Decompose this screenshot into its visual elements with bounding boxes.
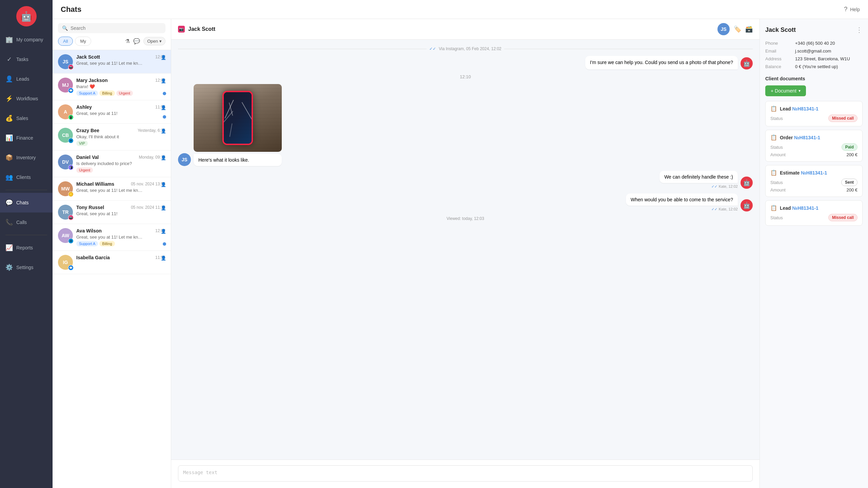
message-input[interactable]: [178, 465, 753, 482]
doc-card-title: Estimate №H81341-1: [780, 170, 827, 176]
assign-icon: 👤: [161, 182, 166, 187]
sidebar-item-label: Finance: [16, 135, 33, 141]
sidebar-item-finance[interactable]: 📊 Finance: [0, 128, 53, 148]
sender-time: Kate, 12:02: [719, 207, 738, 211]
sidebar-item-chats[interactable]: 💬 Chats: [0, 193, 53, 212]
platform-badge-messenger: 💬: [68, 88, 74, 93]
help-icon: ?: [844, 6, 847, 13]
client-info-row-email: Email j.scott@gmail.com: [765, 47, 863, 55]
chat-info: Crazy Bee Yesterday, 6:35 Okay, I'll thi…: [76, 128, 165, 146]
search-box[interactable]: 🔍: [58, 23, 165, 33]
chat-name: Tony Russel: [76, 205, 104, 210]
assign-icon: 👤: [161, 155, 166, 160]
chat-item-crazy-bee[interactable]: CB ✈ Crazy Bee Yesterday, 6:35 Okay, I'l…: [53, 124, 171, 150]
chat-item-jack-scott[interactable]: JS 📷 Jack Scott 12:02 Great, see you at …: [53, 50, 171, 74]
amount-value: 200 €: [846, 152, 857, 157]
app-logo: 🤖: [16, 6, 37, 26]
filter-all-tab[interactable]: All: [58, 37, 73, 46]
message-row: When would you be able to come to the se…: [178, 194, 753, 211]
document-icon: 📋: [770, 169, 777, 176]
status-label: Status: [770, 116, 783, 121]
status-badge: Sent: [841, 179, 857, 186]
chat-info: Jack Scott 12:02 Great, see you at 11! L…: [76, 54, 165, 66]
receiver-avatar: JS: [178, 153, 191, 166]
sidebar-item-clients[interactable]: 👥 Clients: [0, 167, 53, 187]
finance-icon: 📊: [5, 134, 13, 142]
client-header: Jack Scott ⋮: [765, 26, 863, 34]
phone-image: [194, 84, 282, 152]
message-row-recv: JS: [178, 84, 753, 166]
chat-item-tony-russel[interactable]: TR 📷 Tony Russel 05 nov. 2024 11:13 Grea…: [53, 201, 171, 224]
chat-options-icon[interactable]: 💬: [133, 38, 140, 44]
chat-item-mary-jackson[interactable]: MJ 💬 Mary Jackson 12:02 thanx! ❤️ Suppor…: [53, 74, 171, 100]
unread-indicator: [163, 242, 166, 246]
main-area: Chats ? Help 🔍 All My ⚗: [53, 0, 868, 488]
doc-card-title: Order №H81341-1: [780, 135, 820, 140]
message-bubble-sent-2: We can definitely handle these :) ✓✓ Kat…: [659, 171, 738, 189]
chat-list: JS 📷 Jack Scott 12:02 Great, see you at …: [53, 50, 171, 488]
platform-badge-telegram: ✈: [68, 138, 74, 143]
sidebar-item-workflows[interactable]: ⚡ Workflows: [0, 89, 53, 108]
sidebar-item-label: Settings: [16, 265, 34, 270]
chat-info-header: Daniel Val Monday, 09:18: [76, 155, 165, 160]
sidebar-item-settings[interactable]: ⚙️ Settings: [0, 258, 53, 277]
balance-label: Balance: [765, 64, 792, 69]
more-options-icon[interactable]: ⋮: [856, 26, 863, 34]
filter-icon[interactable]: ⚗: [125, 38, 130, 44]
sidebar-item-reports[interactable]: 📈 Reports: [0, 238, 53, 258]
status-badge: Missed call: [828, 214, 857, 221]
assign-icon: 👤: [161, 55, 166, 60]
chat-name: Ava Wilson: [76, 228, 102, 233]
unread-indicator: [163, 92, 166, 95]
bookmark-icon[interactable]: 🏷️: [734, 25, 741, 33]
chat-item-isabella-garcia[interactable]: IG 💬 Isabella Garcia 11:55 👤: [53, 251, 171, 274]
status-label: Status: [770, 145, 783, 150]
client-docs-title: Client documents: [765, 76, 863, 81]
chat-info: Ashley 11:55 Great, see you at 11!: [76, 104, 165, 116]
bubble-content: When would you be able to come to the se…: [626, 194, 738, 206]
chat-item-michael-williams[interactable]: MW ⭐ Michael Williams 05 nov. 2024 13:54…: [53, 177, 171, 201]
email-value: j.scott@gmail.com: [795, 48, 831, 54]
sidebar-item-sales[interactable]: 💰 Sales: [0, 108, 53, 128]
platform-badge-instagram2: 📷: [68, 215, 74, 220]
sidebar-item-leads[interactable]: 👤 Leads: [0, 69, 53, 89]
chat-tags: Urgent: [76, 167, 165, 173]
sidebar-item-my-company[interactable]: 🏢 My company: [0, 30, 53, 49]
search-input[interactable]: [71, 25, 161, 31]
sales-icon: 💰: [5, 115, 13, 122]
bubble-content: I'm sure we can help you. Could you send…: [585, 56, 738, 69]
sidebar-item-label: Clients: [16, 175, 31, 180]
sidebar-item-inventory[interactable]: 📦 Inventory: [0, 148, 53, 167]
add-document-button[interactable]: + Document ▾: [765, 85, 806, 96]
chat-item-ashley[interactable]: A 📱 Ashley 11:55 Great, see you at 11! 👤: [53, 100, 171, 124]
message-row: We can definitely handle these :) ✓✓ Kat…: [178, 171, 753, 189]
message-bubble-sent-3: When would you be able to come to the se…: [626, 194, 738, 211]
sidebar-item-label: Reports: [16, 245, 33, 250]
sidebar-item-calls[interactable]: 📞 Calls: [0, 212, 53, 232]
sidebar-item-label: Sales: [16, 116, 28, 121]
message-bubble-sent: I'm sure we can help you. Could you send…: [585, 56, 738, 69]
bubble-content-text: Here's what it looks like.: [194, 154, 282, 166]
doc-card-header: 📋 Lead №H81341-1: [770, 105, 857, 112]
check-icon: ✓✓: [711, 207, 717, 211]
help-button[interactable]: ? Help: [844, 6, 860, 13]
tag: Billing: [99, 241, 115, 246]
sidebar-item-tasks[interactable]: ✓ Tasks: [0, 49, 53, 69]
chat-preview: Great, see you at 11! Let me know if yo.…: [76, 235, 144, 240]
chat-item-ava-wilson[interactable]: AW ✈ Ava Wilson 12:02 Great, see you at …: [53, 224, 171, 251]
doc-card-row-status: Status Sent: [770, 179, 857, 186]
open-filter-button[interactable]: Open ▾: [143, 37, 165, 45]
client-info-table: Phone +340 (66) 500 40 20 Email j.scott@…: [765, 39, 863, 70]
check-icon: ✓✓: [711, 184, 717, 189]
chat-item-daniel-val[interactable]: DV 📲 Daniel Val Monday, 09:18 Is deliver…: [53, 150, 171, 177]
client-info-row-address: Address 123 Street, Barcelona, W1U: [765, 55, 863, 63]
status-badge: Missed call: [828, 115, 857, 122]
document-icon: 📋: [770, 205, 777, 211]
filter-my-tab[interactable]: My: [75, 37, 91, 46]
sender-time: Kate, 12:02: [719, 184, 738, 188]
archive-icon[interactable]: 🗃️: [745, 25, 753, 33]
platform-badge-viber2: ⭐: [68, 191, 74, 197]
chat-info-header: Crazy Bee Yesterday, 6:35: [76, 128, 165, 133]
contact-avatar-header: JS: [717, 23, 730, 35]
top-header: Chats ? Help: [53, 0, 868, 19]
